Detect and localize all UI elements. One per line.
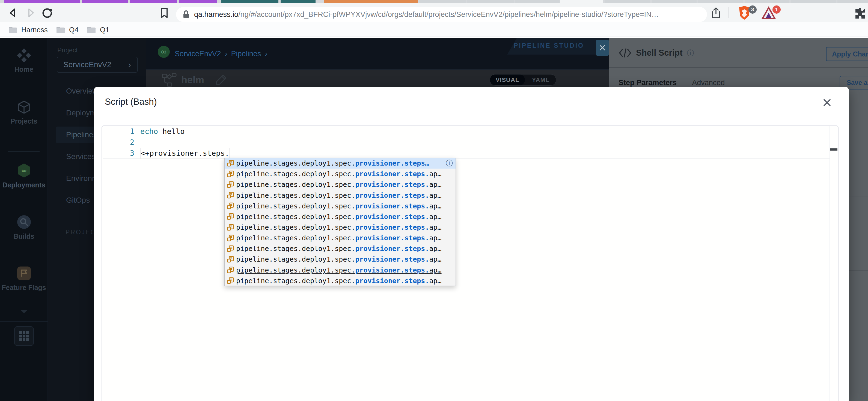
snippet-icon <box>227 181 234 188</box>
browser-tab-segment[interactable] <box>560 0 603 3</box>
suggestion-item[interactable]: pipeline.stages.deploy1.spec.provisioner… <box>225 222 456 233</box>
module-sidebar: Home Projects ∞ Deployments <box>0 38 48 401</box>
browser-tab-segment[interactable] <box>130 0 177 3</box>
editor-scrollbar-thumb[interactable] <box>830 148 837 151</box>
suggestion-item[interactable]: pipeline.stages.deploy1.spec.provisioner… <box>225 190 456 201</box>
snippet-icon <box>227 170 234 177</box>
suggestion-item[interactable]: pipeline.stages.deploy1.spec.provisioner… <box>225 169 456 179</box>
browser-tab-segment[interactable] <box>791 0 836 3</box>
code-line-1: echo hello <box>140 126 829 137</box>
bookmark-folder-q4[interactable]: Q4 <box>56 22 79 37</box>
extensions-puzzle-icon[interactable] <box>854 7 866 19</box>
module-selector-button[interactable] <box>0 326 48 346</box>
browser-tab-segment[interactable] <box>82 0 128 3</box>
snippet-icon <box>227 256 234 263</box>
toggle-visual[interactable]: VISUAL <box>490 74 525 86</box>
sidebar-item-projects[interactable]: Projects <box>0 100 48 125</box>
suggestion-item[interactable]: pipeline.stages.deploy1.spec.provisioner… <box>225 265 456 275</box>
browser-tab-segment[interactable] <box>745 0 789 3</box>
modal-close-button[interactable] <box>822 97 833 108</box>
browser-tab-segment[interactable] <box>4 0 80 3</box>
snippet-icon <box>227 267 234 274</box>
suggestion-text: pipeline.stages.deploy1.spec.provisioner… <box>236 277 456 285</box>
editor-code-area[interactable]: echo hello <+provisioner.steps. <box>140 126 829 159</box>
code-editor[interactable]: 1 2 3 echo hello <+provisioner.steps. <box>101 126 839 401</box>
suggestion-text: pipeline.stages.deploy1.spec.provisioner… <box>236 224 456 231</box>
chevron-right-icon: › <box>128 60 131 69</box>
browser-tab-segment[interactable] <box>515 0 560 3</box>
pipeline-graph-icon <box>162 73 177 87</box>
bookmark-folder-q1[interactable]: Q1 <box>87 22 110 37</box>
sidebar-collapse-chevron[interactable] <box>0 309 48 314</box>
suggestion-item[interactable]: pipeline.stages.deploy1.spec.provisioner… <box>225 201 456 211</box>
code-icon <box>619 48 631 58</box>
breadcrumb-link-pipelines[interactable]: Pipelines <box>231 49 261 58</box>
back-button[interactable] <box>8 7 19 18</box>
autocomplete-popup: pipeline.stages.deploy1.spec.provisioner… <box>224 158 456 286</box>
suggestion-item[interactable]: pipeline.stages.deploy1.spec.provisioner… <box>225 158 456 169</box>
browser-tab-segment[interactable] <box>652 0 696 3</box>
suggestion-text: pipeline.stages.deploy1.spec.provisioner… <box>236 202 456 210</box>
project-selector[interactable]: ServiceEnvV2 › <box>57 57 137 73</box>
browser-tab-segment[interactable] <box>179 0 217 3</box>
browser-tab-segment[interactable] <box>605 0 650 3</box>
suggestion-item[interactable]: pipeline.stages.deploy1.spec.provisioner… <box>225 233 456 243</box>
browser-tab-segment[interactable] <box>281 0 315 3</box>
suggestion-item[interactable]: pipeline.stages.deploy1.spec.provisioner… <box>225 243 456 254</box>
sidebar-divider <box>8 152 39 152</box>
nav-item-overview[interactable]: Overview <box>66 87 98 96</box>
info-icon: ⓘ <box>687 48 694 58</box>
browser-tab-segment[interactable] <box>419 0 466 3</box>
snippet-icon <box>227 160 234 167</box>
browser-tab-segment[interactable] <box>698 0 743 3</box>
bookmark-icon[interactable] <box>159 7 169 19</box>
suggestion-item[interactable]: pipeline.stages.deploy1.spec.provisioner… <box>225 254 456 265</box>
browser-tab-segment[interactable] <box>221 0 278 3</box>
sidebar-item-home[interactable]: Home <box>0 48 48 73</box>
info-icon[interactable]: ⓘ <box>446 159 453 168</box>
suggestion-text: pipeline.stages.deploy1.spec.provisioner… <box>236 192 456 199</box>
tab-advanced[interactable]: Advanced <box>692 78 725 87</box>
suggestion-text: pipeline.stages.deploy1.spec.provisioner… <box>236 213 456 221</box>
reload-button[interactable] <box>41 7 53 19</box>
toggle-yaml[interactable]: YAML <box>525 74 556 86</box>
snippet-icon <box>227 235 234 242</box>
screen: qa.harness.io/ng/#/account/px7xd_BFRCi-p… <box>0 0 868 401</box>
sidebar-item-deployments[interactable]: ∞ Deployments <box>0 163 48 189</box>
snippet-icon <box>227 277 234 284</box>
suggestion-item[interactable]: pipeline.stages.deploy1.spec.provisioner… <box>225 275 456 286</box>
tab-step-parameters[interactable]: Step Parameters <box>619 78 677 87</box>
sidebar-item-builds[interactable]: Builds <box>0 214 48 240</box>
project-label: Project <box>57 46 78 54</box>
nav-item-services[interactable]: Services <box>66 152 95 161</box>
nav-item-pipelines[interactable]: Pipelines <box>66 130 97 139</box>
script-editor-modal: Script (Bash) 1 2 3 echo hello <+provisi… <box>94 87 849 401</box>
lock-icon <box>183 10 190 19</box>
sidebar-item-feature-flags[interactable]: Feature Flags <box>0 266 48 292</box>
editor-scrollbar-track <box>830 126 830 401</box>
suggestion-text: pipeline.stages.deploy1.spec.provisioner… <box>236 159 443 167</box>
bookmark-folder-harness[interactable]: Harness <box>8 22 48 37</box>
close-icon <box>599 45 606 51</box>
suggestion-item[interactable]: pipeline.stages.deploy1.spec.provisioner… <box>225 211 456 222</box>
edit-pencil-icon[interactable] <box>215 74 227 86</box>
browser-toolbar: qa.harness.io/ng/#/account/px7xd_BFRCi-p… <box>0 3 868 22</box>
browser-tab-segment[interactable] <box>467 0 514 3</box>
apply-changes-button[interactable]: Apply Changes <box>826 47 868 61</box>
forward-button[interactable] <box>25 7 36 18</box>
share-icon[interactable] <box>711 7 721 19</box>
breadcrumb-link-project[interactable]: ServiceEnvV2 <box>175 49 221 58</box>
cd-module-icon: ∞ <box>158 46 170 58</box>
folder-icon <box>87 26 96 34</box>
suggestion-item[interactable]: pipeline.stages.deploy1.spec.provisioner… <box>225 179 456 190</box>
browser-tab-segment[interactable] <box>837 0 868 3</box>
nav-item-gitops[interactable]: GitOps <box>66 196 90 205</box>
browser-tab-segment[interactable] <box>324 0 418 3</box>
step-panel-title-row: Shell Script ⓘ <box>619 48 694 58</box>
code-line-3: <+provisioner.steps. <box>140 148 829 159</box>
browser-tabstrip[interactable] <box>0 0 868 3</box>
modal-title: Script (Bash) <box>105 97 157 107</box>
url-bar[interactable]: qa.harness.io/ng/#/account/px7xd_BFRCi-p… <box>176 7 707 22</box>
chevron-down-icon <box>20 309 28 314</box>
studio-close-button[interactable] <box>596 40 609 56</box>
